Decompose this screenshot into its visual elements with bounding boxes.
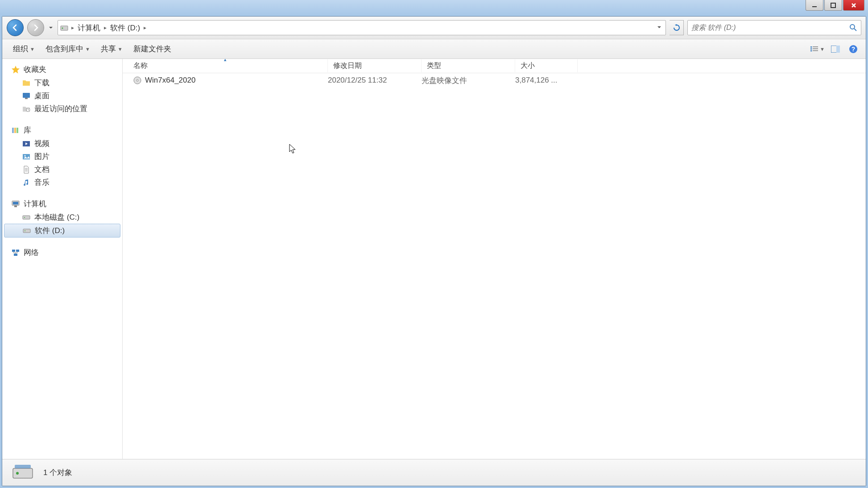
file-area: 名称 修改日期 类型 大小 Win7x64_2020 2020/12/25 11… [123, 59, 866, 459]
search-box[interactable] [687, 20, 861, 35]
minimize-button[interactable] [806, 0, 823, 11]
breadcrumb-separator: ▸ [143, 25, 147, 31]
column-header-size[interactable]: 大小 [515, 59, 578, 72]
network-group: 网络 [2, 246, 122, 259]
sidebar-item-documents[interactable]: 文档 [2, 163, 122, 176]
share-button[interactable]: 共享 ▼ [95, 41, 128, 57]
file-name: Win7x64_2020 [145, 76, 195, 85]
back-button[interactable] [7, 19, 24, 36]
view-mode-button[interactable]: ▼ [810, 43, 825, 55]
search-icon [849, 24, 857, 32]
favorites-group: 收藏夹 下载 桌面 最近访问的位置 [2, 63, 122, 115]
drive-icon [60, 23, 69, 32]
library-icon [11, 126, 20, 135]
network-label: 网络 [24, 247, 39, 258]
sidebar-item-label: 最近访问的位置 [34, 104, 87, 114]
svg-rect-27 [23, 216, 30, 219]
iso-file-icon [133, 76, 141, 84]
sidebar-item-label: 桌面 [34, 91, 50, 101]
organize-label: 组织 [13, 44, 28, 54]
status-text: 1 个对象 [43, 467, 72, 478]
svg-rect-38 [15, 465, 31, 468]
svg-rect-10 [813, 50, 818, 51]
drive-large-icon [11, 461, 34, 484]
sidebar-computer[interactable]: 计算机 [2, 197, 122, 211]
content-area: 收藏夹 下载 桌面 最近访问的位置 库 [2, 59, 866, 459]
sidebar-item-label: 音乐 [34, 177, 50, 188]
chevron-down-icon: ▼ [820, 46, 825, 52]
svg-text:?: ? [851, 46, 856, 53]
forward-button[interactable] [27, 19, 44, 36]
file-row[interactable]: Win7x64_2020 2020/12/25 11:32 光盘映像文件 3,8… [123, 73, 866, 88]
svg-rect-25 [13, 202, 18, 204]
computer-label: 计算机 [24, 199, 46, 209]
status-bar: 1 个对象 [2, 459, 866, 486]
new-folder-button[interactable]: 新建文件夹 [128, 41, 177, 57]
breadcrumb-computer[interactable]: 计算机 [75, 22, 103, 34]
refresh-button[interactable] [670, 20, 684, 35]
computer-group: 计算机 本地磁盘 (C:) 软件 (D:) [2, 197, 122, 238]
svg-rect-32 [16, 250, 19, 252]
toolbar: 组织 ▼ 包含到库中 ▼ 共享 ▼ 新建文件夹 ▼ ? [2, 39, 866, 59]
sidebar-item-desktop[interactable]: 桌面 [2, 89, 122, 102]
svg-rect-8 [813, 48, 818, 49]
help-button[interactable]: ? [846, 43, 860, 55]
svg-point-30 [25, 230, 25, 231]
folder-icon [22, 79, 31, 88]
video-icon [22, 139, 31, 148]
computer-icon [11, 200, 20, 209]
chevron-down-icon: ▼ [85, 46, 90, 52]
address-bar[interactable]: ▸ 计算机 ▸ 软件 (D:) ▸ [58, 20, 666, 35]
star-icon [11, 65, 20, 74]
file-date: 2020/12/25 11:32 [328, 76, 422, 85]
maximize-button[interactable] [824, 0, 842, 11]
sidebar-favorites[interactable]: 收藏夹 [2, 63, 122, 76]
favorites-label: 收藏夹 [24, 64, 46, 75]
svg-rect-15 [23, 93, 30, 98]
sidebar-item-drive-c[interactable]: 本地磁盘 (C:) [2, 211, 122, 224]
svg-rect-29 [23, 229, 30, 233]
preview-pane-button[interactable] [828, 43, 843, 55]
nav-history-dropdown[interactable] [48, 25, 54, 30]
desktop-icon [22, 92, 31, 100]
sidebar-item-music[interactable]: 音乐 [2, 176, 122, 189]
sidebar-libraries[interactable]: 库 [2, 123, 122, 137]
column-header-type[interactable]: 类型 [422, 59, 515, 72]
sidebar-item-downloads[interactable]: 下载 [2, 76, 122, 89]
navigation-pane: 收藏夹 下载 桌面 最近访问的位置 库 [2, 59, 123, 459]
svg-rect-5 [810, 46, 812, 48]
address-dropdown[interactable] [655, 22, 664, 33]
svg-rect-9 [810, 50, 812, 51]
picture-icon [22, 152, 31, 161]
sidebar-item-pictures[interactable]: 图片 [2, 150, 122, 163]
file-list[interactable]: Win7x64_2020 2020/12/25 11:32 光盘映像文件 3,8… [123, 73, 866, 459]
breadcrumb-drive[interactable]: 软件 (D:) [107, 22, 143, 34]
sidebar-item-recent[interactable]: 最近访问的位置 [2, 102, 122, 115]
column-header-date[interactable]: 修改日期 [328, 59, 422, 72]
network-icon [11, 248, 20, 257]
libraries-label: 库 [24, 125, 31, 135]
sidebar-item-label: 软件 (D:) [35, 225, 65, 236]
svg-rect-33 [14, 254, 17, 256]
svg-rect-20 [17, 128, 18, 133]
column-headers: 名称 修改日期 类型 大小 [123, 59, 866, 73]
sidebar-item-drive-d[interactable]: 软件 (D:) [4, 224, 120, 238]
titlebar [0, 0, 868, 14]
window-controls [806, 0, 864, 11]
include-library-button[interactable]: 包含到库中 ▼ [40, 41, 95, 57]
search-input[interactable] [691, 24, 849, 32]
svg-rect-16 [25, 98, 28, 99]
include-label: 包含到库中 [45, 44, 83, 54]
breadcrumb-separator: ▸ [103, 25, 107, 31]
svg-point-37 [16, 472, 19, 475]
close-button[interactable] [843, 0, 864, 11]
column-header-name[interactable]: 名称 [123, 59, 328, 72]
organize-button[interactable]: 组织 ▼ [8, 41, 40, 57]
sidebar-item-label: 本地磁盘 (C:) [34, 212, 79, 222]
sidebar-item-videos[interactable]: 视频 [2, 137, 122, 150]
sidebar-item-label: 下载 [34, 78, 50, 88]
document-icon [22, 165, 31, 174]
new-folder-label: 新建文件夹 [133, 44, 171, 54]
sidebar-network[interactable]: 网络 [2, 246, 122, 259]
svg-rect-18 [12, 128, 14, 133]
